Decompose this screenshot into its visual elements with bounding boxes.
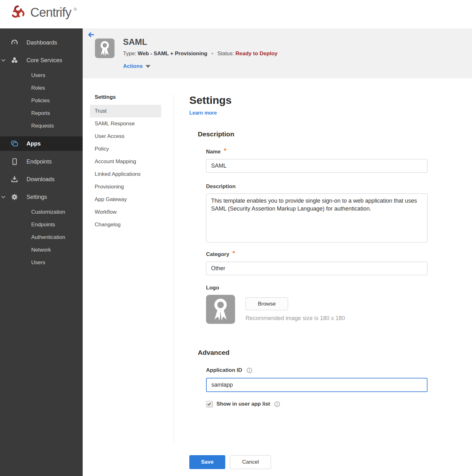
sidebar-item-label: Downloads [27, 176, 55, 183]
type-value: Web - SAML + Provisioning [138, 51, 207, 57]
sidebar-item-users[interactable]: Users [0, 69, 83, 82]
subnav-item-account-mapping[interactable]: Account Mapping [90, 155, 161, 168]
name-input[interactable] [206, 159, 428, 173]
app-logo-badge-icon [95, 39, 115, 58]
sidebar: Dashboards Core Services Users Roles Pol… [0, 28, 83, 476]
sidebar-item-settings-endpoints[interactable]: Endpoints [0, 218, 83, 231]
sidebar-item-downloads[interactable]: Downloads [0, 170, 83, 188]
registered-mark: ® [74, 7, 77, 12]
save-button[interactable]: Save [189, 455, 225, 469]
logo-row: Browse Recommended image size is 180 x 1… [206, 295, 442, 324]
core-services-icon [10, 56, 19, 64]
learn-more-link[interactable]: Learn more [189, 110, 217, 116]
show-in-user-app-list-label: Show in user app list [216, 401, 270, 407]
arrow-left-icon [87, 31, 95, 39]
description-fields: Name * Description This template enables… [206, 149, 442, 324]
sidebar-item-label: Endpoints [27, 158, 52, 165]
app-meta: Type: Web - SAML + Provisioning • Status… [123, 51, 277, 57]
sidebar-item-label: Roles [31, 85, 45, 91]
description-label: Description [206, 183, 442, 190]
advanced-fields: Application ID Show in user app list [206, 367, 442, 469]
back-button[interactable] [87, 31, 95, 39]
sidebar-item-label: Policies [31, 98, 50, 104]
gear-icon [10, 193, 19, 201]
sidebar-item-label: Network [31, 247, 51, 253]
sidebar-item-settings[interactable]: Settings [0, 188, 83, 206]
sidebar-item-label: Endpoints [31, 222, 55, 228]
subnav-item-user-access[interactable]: User Access [90, 130, 161, 143]
check-icon [207, 402, 211, 406]
required-asterisk: * [224, 147, 226, 154]
subnav-item-changelog[interactable]: Changelog [90, 218, 161, 231]
subnav-header: Settings [90, 94, 161, 105]
sidebar-item-apps[interactable]: Apps [0, 136, 83, 151]
form-buttons: Save Cancel [189, 455, 442, 469]
sidebar-item-endpoints[interactable]: Endpoints [0, 153, 83, 170]
sidebar-item-roles[interactable]: Roles [0, 82, 83, 94]
sidebar-item-label: Customization [31, 209, 65, 215]
subnav-item-linked-applications[interactable]: Linked Applications [90, 168, 161, 181]
page: Centrify ® Dashboards Core Services User… [0, 0, 472, 476]
actions-label: Actions [123, 63, 143, 69]
chevron-down-icon [1, 195, 6, 199]
chevron-down-icon [1, 58, 6, 63]
show-in-user-app-list-checkbox[interactable] [206, 401, 212, 407]
status-label: Status: [217, 51, 234, 57]
application-id-input[interactable] [206, 378, 428, 392]
subnav-item-trust[interactable]: Trust [90, 105, 161, 117]
sidebar-item-label: Core Services [27, 57, 62, 64]
sidebar-item-label: Authentication [31, 234, 65, 241]
app-title: SAML [123, 37, 277, 47]
sidebar-item-settings-users[interactable]: Users [0, 256, 83, 269]
sidebar-item-dashboards[interactable]: Dashboards [0, 34, 83, 51]
subnav-item-saml-response[interactable]: SAML Response [90, 117, 161, 130]
device-icon [10, 158, 19, 166]
topbar: Centrify ® [0, 0, 472, 28]
download-icon [10, 175, 19, 183]
sidebar-item-core-services[interactable]: Core Services [0, 51, 83, 69]
show-in-user-app-list-row: Show in user app list [206, 401, 442, 407]
meta-separator: • [211, 51, 213, 57]
sidebar-item-authentication[interactable]: Authentication [0, 231, 83, 244]
cancel-button[interactable]: Cancel [230, 455, 271, 469]
category-label: Category * [206, 251, 442, 258]
sidebar-item-label: Users [31, 72, 45, 79]
brand: Centrify ® [9, 3, 77, 21]
category-input[interactable] [206, 262, 428, 275]
advanced-section-heading: Advanced [198, 349, 442, 356]
subnav-item-app-gateway[interactable]: App Gateway [90, 193, 161, 206]
sidebar-item-label: Apps [27, 140, 41, 147]
description-textarea[interactable]: This template enables you to provide sin… [206, 193, 428, 242]
apps-icon [10, 140, 19, 148]
info-icon[interactable] [246, 367, 252, 373]
sidebar-item-label: Reports [31, 110, 50, 116]
sidebar-item-reports[interactable]: Reports [0, 107, 83, 120]
info-icon[interactable] [274, 401, 280, 407]
logo-size-hint: Recommended image size is 180 x 180 [245, 315, 345, 322]
caret-down-icon [145, 65, 150, 68]
browse-button[interactable]: Browse [245, 297, 288, 310]
subnav-item-provisioning[interactable]: Provisioning [90, 181, 161, 193]
required-asterisk: * [233, 250, 235, 256]
brand-name: Centrify [30, 3, 71, 21]
status-value: Ready to Deploy [235, 51, 277, 57]
sidebar-item-label: Settings [27, 194, 47, 200]
subnav-item-policy[interactable]: Policy [90, 143, 161, 155]
subnav: Settings Trust SAML Response User Access… [90, 94, 161, 231]
settings-panel: Settings Learn more Description Name * D… [189, 78, 442, 469]
sidebar-item-label: Users [31, 259, 45, 266]
sidebar-item-requests[interactable]: Requests [0, 120, 83, 132]
gauge-icon [10, 39, 19, 47]
actions-dropdown[interactable]: Actions [123, 63, 150, 69]
logo-actions: Browse Recommended image size is 180 x 1… [245, 295, 345, 322]
application-id-label: Application ID [206, 367, 442, 373]
sidebar-item-label: Dashboards [27, 39, 57, 46]
name-label: Name * [206, 149, 442, 155]
centrify-logo-icon [9, 3, 27, 21]
sidebar-item-customization[interactable]: Customization [0, 206, 83, 218]
sidebar-item-policies[interactable]: Policies [0, 94, 83, 107]
app-header: SAML Type: Web - SAML + Provisioning • S… [83, 28, 472, 78]
subnav-item-workflow[interactable]: Workflow [90, 206, 161, 218]
sidebar-item-network[interactable]: Network [0, 244, 83, 256]
content: Settings Trust SAML Response User Access… [83, 78, 472, 476]
